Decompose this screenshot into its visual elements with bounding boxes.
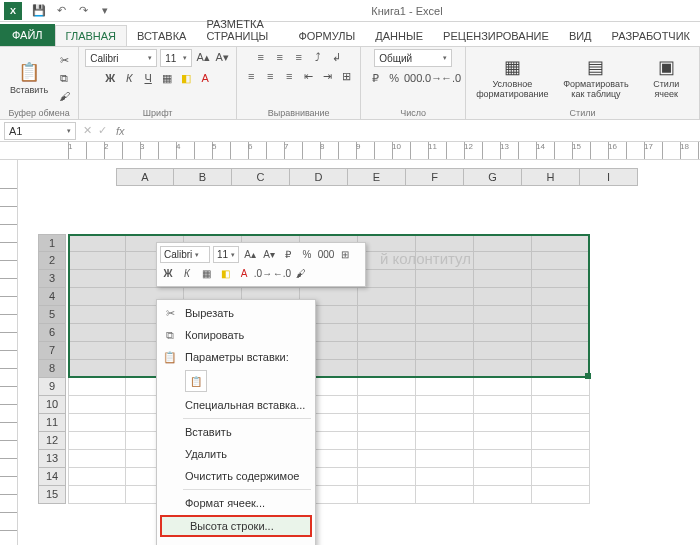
- cell[interactable]: [358, 450, 416, 468]
- mini-bold-icon[interactable]: Ж: [160, 265, 176, 281]
- cell[interactable]: [68, 306, 126, 324]
- cell[interactable]: [416, 450, 474, 468]
- mini-percent-icon[interactable]: %: [299, 247, 315, 263]
- bold-icon[interactable]: Ж: [102, 70, 118, 86]
- cell[interactable]: [358, 414, 416, 432]
- wrap-text-icon[interactable]: ↲: [329, 49, 345, 65]
- mini-italic-icon[interactable]: К: [179, 265, 195, 281]
- format-as-table-button[interactable]: ▤ Форматировать как таблицу: [556, 54, 635, 102]
- cell[interactable]: [532, 396, 590, 414]
- cell[interactable]: [532, 288, 590, 306]
- underline-icon[interactable]: Ч: [140, 70, 156, 86]
- cell[interactable]: [68, 252, 126, 270]
- mini-format-painter-icon[interactable]: 🖌: [293, 265, 309, 281]
- ctx-cut[interactable]: ✂Вырезать: [157, 302, 315, 324]
- border-icon[interactable]: ▦: [159, 70, 175, 86]
- fx-icon[interactable]: fx: [116, 125, 125, 137]
- row-header-13[interactable]: 13: [38, 450, 66, 468]
- cell[interactable]: [532, 486, 590, 504]
- ctx-format-cells[interactable]: Формат ячеек...: [157, 492, 315, 514]
- mini-increase-font-icon[interactable]: A▴: [242, 247, 258, 263]
- cell[interactable]: [474, 342, 532, 360]
- mini-border-icon2[interactable]: ▦: [198, 265, 214, 281]
- cell[interactable]: [68, 360, 126, 378]
- cut-icon[interactable]: ✂: [56, 52, 72, 68]
- row-header-7[interactable]: 7: [38, 342, 66, 360]
- font-color-icon[interactable]: A: [197, 70, 213, 86]
- merge-icon[interactable]: ⊞: [338, 68, 354, 84]
- cell[interactable]: [474, 270, 532, 288]
- cell[interactable]: [358, 324, 416, 342]
- mini-font-name[interactable]: Calibri: [160, 246, 210, 263]
- mini-currency-icon[interactable]: ₽: [280, 247, 296, 263]
- name-box[interactable]: A1: [4, 122, 76, 140]
- cell[interactable]: [532, 270, 590, 288]
- row-header-10[interactable]: 10: [38, 396, 66, 414]
- cell[interactable]: [416, 360, 474, 378]
- cell[interactable]: [532, 234, 590, 252]
- conditional-format-button[interactable]: ▦ Условное форматирование: [472, 54, 552, 102]
- decrease-font-icon[interactable]: A▾: [214, 49, 230, 65]
- cell[interactable]: [474, 414, 532, 432]
- col-header-B[interactable]: B: [174, 168, 232, 186]
- ctx-clear[interactable]: Очистить содержимое: [157, 465, 315, 487]
- cell[interactable]: [68, 234, 126, 252]
- cell[interactable]: [416, 486, 474, 504]
- cell[interactable]: [68, 342, 126, 360]
- cell[interactable]: [358, 288, 416, 306]
- cell[interactable]: [68, 396, 126, 414]
- cell[interactable]: [532, 342, 590, 360]
- mini-increase-decimal-icon[interactable]: .0→: [255, 265, 271, 281]
- cell[interactable]: [68, 324, 126, 342]
- col-header-F[interactable]: F: [406, 168, 464, 186]
- col-header-C[interactable]: C: [232, 168, 290, 186]
- mini-fill-color-icon[interactable]: ◧: [217, 265, 233, 281]
- cell[interactable]: [474, 360, 532, 378]
- cell[interactable]: [68, 270, 126, 288]
- row-header-6[interactable]: 6: [38, 324, 66, 342]
- row-header-2[interactable]: 2: [38, 252, 66, 270]
- col-header-E[interactable]: E: [348, 168, 406, 186]
- cell[interactable]: [474, 468, 532, 486]
- sheet[interactable]: ABCDEFGHI 123456789101112131415: [18, 160, 700, 545]
- cell[interactable]: [358, 306, 416, 324]
- align-right-icon[interactable]: ≡: [281, 68, 297, 84]
- cell[interactable]: [532, 468, 590, 486]
- cell[interactable]: [416, 288, 474, 306]
- tab-view[interactable]: ВИД: [559, 26, 602, 46]
- cell[interactable]: [416, 414, 474, 432]
- increase-decimal-icon[interactable]: .0→: [424, 70, 440, 86]
- cell[interactable]: [474, 378, 532, 396]
- cell[interactable]: [416, 342, 474, 360]
- mini-decrease-font-icon[interactable]: A▾: [261, 247, 277, 263]
- tab-file[interactable]: ФАЙЛ: [0, 24, 55, 46]
- save-icon[interactable]: 💾: [30, 2, 48, 20]
- ctx-delete[interactable]: Удалить: [157, 443, 315, 465]
- font-name-select[interactable]: Calibri: [85, 49, 157, 67]
- cell[interactable]: [358, 270, 416, 288]
- cell[interactable]: [358, 396, 416, 414]
- column-headers[interactable]: ABCDEFGHI: [116, 168, 700, 186]
- align-middle-icon[interactable]: ≡: [272, 49, 288, 65]
- cell[interactable]: [416, 468, 474, 486]
- increase-indent-icon[interactable]: ⇥: [319, 68, 335, 84]
- row-header-15[interactable]: 15: [38, 486, 66, 504]
- ctx-copy[interactable]: ⧉Копировать: [157, 324, 315, 346]
- cell[interactable]: [68, 468, 126, 486]
- cell[interactable]: [532, 414, 590, 432]
- ctx-row-height[interactable]: Высота строки...: [160, 515, 312, 537]
- format-painter-icon[interactable]: 🖌: [56, 88, 72, 104]
- cell[interactable]: [358, 486, 416, 504]
- currency-icon[interactable]: ₽: [367, 70, 383, 86]
- cell[interactable]: [416, 270, 474, 288]
- number-format-select[interactable]: Общий: [374, 49, 452, 67]
- row-header-1[interactable]: 1: [38, 234, 66, 252]
- tab-page-layout[interactable]: РАЗМЕТКА СТРАНИЦЫ: [196, 14, 288, 46]
- cancel-formula-icon[interactable]: ✕: [83, 124, 92, 137]
- tab-developer[interactable]: РАЗРАБОТЧИК: [602, 26, 700, 46]
- cell[interactable]: [358, 342, 416, 360]
- cell[interactable]: [358, 432, 416, 450]
- cell[interactable]: [416, 396, 474, 414]
- tab-data[interactable]: ДАННЫЕ: [365, 26, 433, 46]
- mini-comma-icon[interactable]: 000: [318, 247, 334, 263]
